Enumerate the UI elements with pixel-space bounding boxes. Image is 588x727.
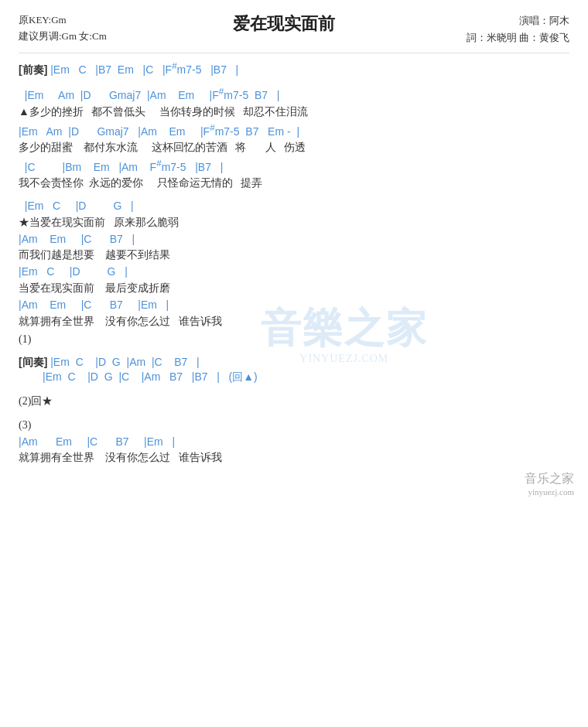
suggestion-info: 建议男调:Gm 女:Cm	[19, 29, 107, 45]
footer-logo-en: yinyuezj.com	[525, 487, 574, 497]
chorus-lyric1: ★当爱在现实面前 原来那么脆弱	[19, 214, 569, 230]
header-left: 原KEY:Gm 建议男调:Gm 女:Cm	[19, 12, 107, 45]
verse3-intro: (3)	[19, 417, 569, 433]
footer-logo-cn: 音乐之家	[525, 471, 574, 487]
v1-lyric2: 多少的甜蜜 都付东水流 这杯回忆的苦酒 将 人 伤透	[19, 139, 569, 155]
section-back2: (2)回★	[19, 393, 569, 409]
header: 原KEY:Gm 建议男调:Gm 女:Cm 爱在现实面前 演唱：阿木 詞：米晓明 …	[19, 12, 569, 46]
section-prelude: [前奏] |Em C |B7 Em |C |F#m7-5 |B7 |	[19, 60, 569, 77]
credits-info: 詞：米晓明 曲：黄俊飞	[461, 29, 569, 46]
section-verse1: |Em Am |D Gmaj7 |Am Em |F#m7-5 B7 | ▲多少的…	[19, 85, 569, 191]
interlude-chord2: |Em C |D G |C |Am B7 |B7 | (回▲)	[19, 370, 569, 385]
chorus-chord2: |Am Em |C B7 |	[19, 232, 569, 247]
v1-lyric3: 我不会责怪你 永远的爱你 只怪命运无情的 提弄	[19, 175, 569, 191]
footer-logo: 音乐之家 yinyuezj.com	[525, 471, 574, 497]
v1-chord2: |Em Am |D Gmaj7 |Am Em |F#m7-5 B7 Em - |	[19, 121, 569, 139]
header-center: 爱在现实面前	[107, 12, 461, 36]
v1-chord3: |C |Bm Em |Am F#m7-5 |B7 |	[19, 157, 569, 175]
prelude-label: [前奏]	[19, 63, 47, 76]
section-interlude: [间奏] |Em C |D G |Am |C B7 | |Em C |D G |…	[19, 355, 569, 385]
v1-lyric1: ▲多少的挫折 都不曾低头 当你转身的时候 却忍不住泪流	[19, 104, 569, 120]
chorus-chord4: |Am Em |C B7 |Em |	[19, 298, 569, 313]
prelude-chord: [前奏] |Em C |B7 Em |C |F#m7-5 |B7 |	[19, 60, 569, 77]
key-info: 原KEY:Gm	[19, 12, 107, 29]
chorus-chord1: |Em C |D G |	[19, 199, 569, 214]
chorus-lyric3: 当爱在现实面前 最后变成折磨	[19, 280, 569, 296]
header-divider	[19, 53, 569, 53]
interlude-chord1: [间奏] |Em C |D G |Am |C B7 |	[19, 355, 569, 370]
chorus-note: (1)	[19, 331, 569, 347]
chorus-lyric4: 就算拥有全世界 没有你怎么过 谁告诉我	[19, 313, 569, 329]
header-right: 演唱：阿木 詞：米晓明 曲：黄俊飞	[461, 12, 569, 46]
verse3-chord: |Am Em |C B7 |Em |	[19, 435, 569, 450]
song-title: 爱在现实面前	[107, 12, 461, 36]
chorus-chord3: |Em C |D G |	[19, 265, 569, 280]
chorus-lyric2: 而我们越是想要 越要不到结果	[19, 247, 569, 263]
verse3-lyric: 就算拥有全世界 没有你怎么过 谁告诉我	[19, 449, 569, 466]
v1-chord1: |Em Am |D Gmaj7 |Am Em |F#m7-5 B7 |	[19, 85, 569, 103]
back2-text: (2)回★	[19, 393, 569, 409]
singer-info: 演唱：阿木	[461, 12, 569, 29]
section-verse3: (3) |Am Em |C B7 |Em | 就算拥有全世界 没有你怎么过 谁告…	[19, 417, 569, 466]
interlude-label: [间奏]	[19, 356, 47, 368]
page: 原KEY:Gm 建议男调:Gm 女:Cm 爱在现实面前 演唱：阿木 詞：米晓明 …	[0, 0, 588, 504]
section-chorus: |Em C |D G | ★当爱在现实面前 原来那么脆弱 |Am Em |C B…	[19, 199, 569, 346]
